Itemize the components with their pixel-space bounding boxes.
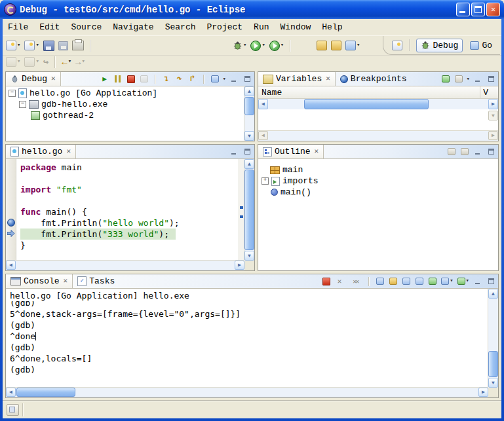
minimize-view-button[interactable]: [473, 74, 483, 84]
minimize-view-button[interactable]: [229, 147, 239, 157]
tab-variables[interactable]: Variables ✕: [258, 72, 336, 86]
dropdown-arrow-icon[interactable]: ▾: [450, 278, 453, 284]
outline-tree[interactable]: main + imports main(): [258, 159, 498, 270]
collapse-all-button[interactable]: [454, 74, 464, 84]
print-button[interactable]: [71, 40, 85, 51]
scroll-down-icon[interactable]: ▼: [244, 131, 254, 141]
tab-breakpoints[interactable]: Breakpoints: [336, 72, 412, 86]
maximize-view-button[interactable]: [242, 147, 252, 157]
dropdown-arrow-icon[interactable]: ▾: [281, 43, 284, 48]
scroll-right-icon[interactable]: ▶: [488, 99, 498, 109]
code-area[interactable]: package main import "fmt" func main() { …: [16, 159, 239, 261]
close-tab-icon[interactable]: ✕: [51, 75, 56, 82]
expand-icon[interactable]: +: [262, 177, 269, 185]
suspend-button[interactable]: [113, 74, 123, 84]
title-bar[interactable]: Debug - testGo/src/cmd/hello.go - Eclips…: [0, 0, 504, 19]
collapse-icon[interactable]: −: [9, 90, 16, 97]
overview-current-line-mark[interactable]: [240, 215, 243, 218]
tree-row-launch[interactable]: − hello.go [Go Application]: [6, 88, 254, 99]
perspective-debug-button[interactable]: Debug: [416, 39, 463, 52]
show-stdin-button[interactable]: [427, 276, 438, 287]
run-launch-button[interactable]: ▾: [250, 40, 265, 52]
dropdown-arrow-icon[interactable]: ▾: [17, 43, 20, 48]
dropdown-arrow-icon[interactable]: ▾: [17, 59, 20, 65]
tab-console[interactable]: Console ✕: [6, 274, 73, 288]
scroll-down-icon[interactable]: ▼: [244, 251, 254, 261]
maximize-button[interactable]: [471, 3, 485, 16]
search-button[interactable]: ▾: [345, 40, 360, 51]
scroll-right-icon[interactable]: ▶: [478, 388, 488, 397]
scroll-thumb[interactable]: [488, 351, 498, 377]
dropdown-arrow-icon[interactable]: ▾: [357, 43, 360, 48]
step-over-button[interactable]: ↷: [174, 74, 185, 84]
menu-window[interactable]: Window: [281, 22, 311, 32]
editor-vertical-scrollbar[interactable]: ▲ ▼: [244, 159, 254, 261]
scroll-lock-button[interactable]: [388, 276, 398, 287]
dropdown-arrow-icon[interactable]: ▾: [466, 278, 469, 284]
close-tab-icon[interactable]: ✕: [315, 148, 319, 155]
dropdown-arrow-icon[interactable]: ▾: [35, 59, 39, 65]
close-tab-icon[interactable]: ✕: [64, 278, 68, 285]
step-return-button[interactable]: ↱: [187, 74, 198, 84]
column-name[interactable]: Name: [258, 88, 282, 98]
collapse-all-button[interactable]: [446, 147, 457, 157]
column-value[interactable]: V: [480, 86, 488, 98]
menu-edit[interactable]: Edit: [39, 22, 60, 32]
view-menu-icon[interactable]: ▾: [223, 75, 226, 82]
scroll-up-icon[interactable]: ▲: [488, 289, 498, 299]
console-output[interactable]: hello.go [Go Application] hello.exe (gdb…: [6, 289, 488, 388]
open-perspective-button[interactable]: [391, 40, 403, 51]
menu-search[interactable]: Search: [165, 22, 196, 32]
overview-breakpoint-mark[interactable]: [240, 206, 243, 209]
scroll-thumb[interactable]: [16, 388, 75, 397]
dropdown-arrow-icon[interactable]: ▾: [262, 43, 265, 48]
pin-console-button[interactable]: [414, 276, 425, 287]
step-into-button[interactable]: ↴: [161, 74, 172, 84]
instruction-pointer-icon[interactable]: [7, 230, 15, 237]
show-type-names-button[interactable]: [440, 74, 451, 84]
console-vertical-scrollbar[interactable]: ▲ ▼: [488, 289, 498, 388]
scroll-left-icon[interactable]: ◀: [6, 261, 16, 270]
maximize-view-button[interactable]: [242, 74, 252, 84]
word-wrap-button[interactable]: [401, 276, 412, 287]
tab-debug[interactable]: Debug ✕: [6, 72, 61, 86]
collapse-icon[interactable]: −: [19, 101, 26, 108]
debug-tree[interactable]: − hello.go [Go Application] − gdb-hello.…: [6, 86, 254, 141]
tab-editor-hello-go[interactable]: hello.go ✕: [6, 145, 76, 158]
link-with-editor-button[interactable]: [459, 147, 470, 157]
view-menu-icon[interactable]: ▾: [467, 75, 470, 82]
remove-launch-button[interactable]: ✕: [334, 276, 345, 287]
scroll-thumb[interactable]: [244, 97, 254, 115]
dropdown-arrow-icon[interactable]: ▾: [243, 43, 246, 48]
tab-tasks[interactable]: ✓ Tasks: [73, 274, 119, 288]
scroll-down-icon[interactable]: ▼: [488, 378, 498, 388]
use-step-filters-button[interactable]: [210, 74, 220, 84]
maximize-view-button[interactable]: [486, 276, 496, 287]
scroll-up-icon[interactable]: ▲: [244, 159, 254, 169]
maximize-view-button[interactable]: [486, 147, 496, 157]
scroll-right-icon[interactable]: ▶: [235, 261, 244, 270]
editor-horizontal-scrollbar[interactable]: ◀ ▶: [6, 260, 244, 270]
close-tab-icon[interactable]: ✕: [66, 148, 71, 155]
scroll-up-icon[interactable]: ▲: [244, 86, 254, 96]
scroll-left-icon[interactable]: ◀: [258, 99, 268, 109]
tree-row-process[interactable]: − gdb-hello.exe: [6, 99, 254, 110]
outline-item-imports[interactable]: + imports: [258, 175, 498, 187]
breakpoint-icon[interactable]: [7, 219, 15, 227]
minimize-view-button[interactable]: [473, 276, 483, 287]
scroll-right-icon[interactable]: ▶: [488, 131, 498, 140]
menu-project[interactable]: Project: [206, 22, 242, 32]
scroll-left-icon[interactable]: ◀: [6, 388, 16, 397]
debug-vertical-scrollbar[interactable]: ▲ ▼: [244, 86, 254, 141]
save-all-button[interactable]: [58, 41, 69, 51]
dropdown-arrow-icon[interactable]: ▾: [82, 59, 85, 65]
dropdown-arrow-icon[interactable]: ▾: [68, 59, 71, 65]
fast-view-bar-icon[interactable]: [7, 404, 19, 416]
minimize-view-button[interactable]: [229, 74, 239, 84]
close-button[interactable]: ✕: [486, 3, 500, 16]
scroll-thumb[interactable]: [244, 170, 254, 250]
menu-run[interactable]: Run: [254, 22, 269, 32]
previous-annotation-button[interactable]: ▾: [24, 56, 39, 67]
dropdown-arrow-icon[interactable]: ▾: [35, 43, 39, 48]
save-button[interactable]: [43, 40, 55, 52]
